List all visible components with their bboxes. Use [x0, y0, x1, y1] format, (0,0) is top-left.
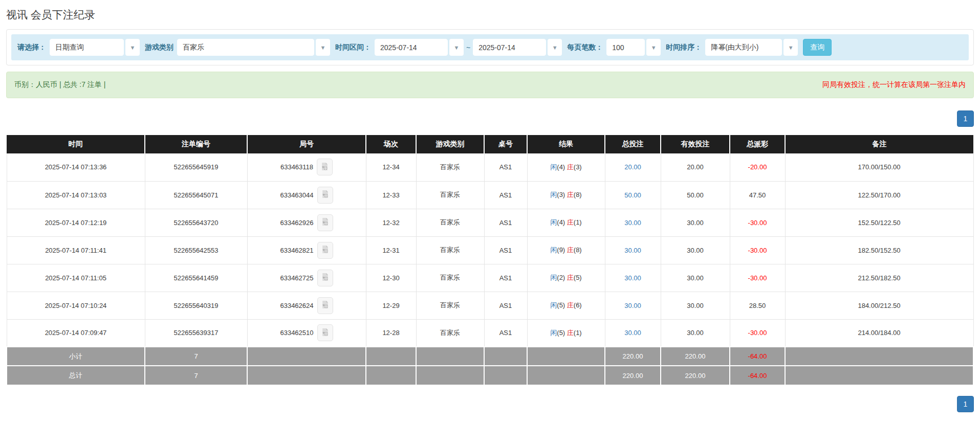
replay-video-button[interactable]	[317, 324, 333, 341]
totals-total-bet: 220.00	[605, 366, 661, 385]
table-header-row: 时间注单编号局号场次游戏类别桌号结果总投注有效投注总派彩备注	[7, 135, 973, 153]
totals-count: 7	[145, 347, 247, 366]
player-result-score: (9)	[557, 246, 565, 254]
banker-result-label: 庄	[567, 274, 574, 281]
remark-cell: 170.00/150.00	[785, 153, 973, 181]
chevron-down-icon[interactable]: ▼	[125, 39, 140, 56]
page-1-button[interactable]: 1	[957, 110, 974, 127]
chevron-down-icon[interactable]: ▼	[449, 39, 464, 56]
game-type-value[interactable]: 百家乐	[177, 39, 314, 56]
result-cell: 闲(5) 庄(6)	[527, 292, 605, 319]
banker-result-score: (8)	[574, 246, 582, 254]
chevron-down-icon[interactable]: ▼	[646, 39, 661, 56]
round-id-value: 633462926	[280, 219, 313, 227]
date-to-value[interactable]: 2025-07-14	[473, 39, 546, 56]
game-type-cell: 百家乐	[416, 209, 484, 236]
table-row: 2025-07-14 07:10:24 522655640319 6334626…	[7, 292, 973, 319]
banker-result-label: 庄	[567, 329, 574, 337]
player-result-score: (4)	[557, 163, 565, 171]
game-type-cell: 百家乐	[416, 319, 484, 347]
date-to-select[interactable]: 2025-07-14 ▼	[473, 39, 562, 56]
valid-bet-cell: 30.00	[661, 264, 730, 292]
total-bet-cell[interactable]: 30.00	[605, 319, 661, 347]
sort-order-select[interactable]: 降幂(由大到小) ▼	[705, 39, 798, 56]
session-cell: 12-30	[366, 264, 416, 292]
banker-result-score: (6)	[574, 301, 582, 309]
remark-cell: 212.50/182.50	[785, 264, 973, 292]
chevron-down-icon[interactable]: ▼	[548, 39, 562, 56]
chevron-down-icon[interactable]: ▼	[783, 39, 798, 56]
query-type-select[interactable]: 日期查询 ▼	[50, 39, 140, 56]
banker-result-score: (8)	[574, 191, 582, 198]
betting-records-page: 视讯 会员下注纪录 请选择： 日期查询 ▼ 游戏类别 百家乐 ▼ 时间区间： 2…	[0, 0, 980, 423]
result-cell: 闲(4) 庄(3)	[527, 153, 605, 181]
game-type-cell: 百家乐	[416, 292, 484, 319]
replay-video-button[interactable]	[317, 159, 333, 175]
time-cell: 2025-07-14 07:12:19	[7, 209, 145, 236]
time-cell: 2025-07-14 07:13:03	[7, 181, 145, 209]
remark-cell: 182.50/152.50	[785, 236, 973, 264]
player-result-label: 闲	[550, 246, 557, 254]
time-cell: 2025-07-14 07:10:24	[7, 292, 145, 319]
bet-id-cell: 522655640319	[145, 292, 247, 319]
session-cell: 12-29	[366, 292, 416, 319]
round-id-value: 633462821	[280, 247, 313, 254]
video-icon	[321, 217, 330, 228]
banker-result-score: (5)	[574, 274, 582, 281]
column-header: 时间	[7, 135, 145, 153]
table-no-cell: AS1	[484, 181, 527, 209]
session-cell: 12-32	[366, 209, 416, 236]
page-1-button[interactable]: 1	[957, 396, 974, 412]
total-bet-cell[interactable]: 30.00	[605, 236, 661, 264]
page-size-value[interactable]: 100	[606, 39, 645, 56]
table-no-cell: AS1	[484, 153, 527, 181]
replay-video-button[interactable]	[317, 214, 333, 231]
date-from-select[interactable]: 2025-07-14 ▼	[375, 39, 464, 56]
summary-bar: 币别：人民币 | 总共 :7 注单 | 同局有效投注，统一计算在该局第一张注单内	[6, 72, 974, 98]
game-type-cell: 百家乐	[416, 236, 484, 264]
sort-order-value[interactable]: 降幂(由大到小)	[705, 39, 782, 56]
result-cell: 闲(5) 庄(1)	[527, 319, 605, 347]
total-bet-cell[interactable]: 30.00	[605, 292, 661, 319]
remark-cell: 122.50/170.00	[785, 181, 973, 209]
table-no-cell: AS1	[484, 319, 527, 347]
result-cell: 闲(3) 庄(8)	[527, 181, 605, 209]
replay-video-button[interactable]	[317, 242, 333, 259]
game-type-label: 游戏类别	[145, 43, 173, 52]
total-bet-cell[interactable]: 20.00	[605, 153, 661, 181]
banker-result-label: 庄	[567, 301, 574, 309]
banker-result-score: (1)	[574, 329, 582, 337]
valid-bet-cell: 30.00	[661, 319, 730, 347]
game-type-cell: 百家乐	[416, 181, 484, 209]
player-result-label: 闲	[550, 301, 557, 309]
game-type-select[interactable]: 百家乐 ▼	[177, 39, 330, 56]
page-size-select[interactable]: 100 ▼	[606, 39, 661, 56]
chevron-down-icon[interactable]: ▼	[316, 39, 330, 56]
total-bet-cell[interactable]: 30.00	[605, 264, 661, 292]
totals-valid-bet: 220.00	[661, 366, 730, 385]
filter-panel: 请选择： 日期查询 ▼ 游戏类别 百家乐 ▼ 时间区间： 2025-07-14 …	[6, 29, 974, 65]
valid-bet-note: 同局有效投注，统一计算在该局第一张注单内	[822, 80, 966, 90]
banker-result-label: 庄	[567, 246, 574, 254]
session-cell: 12-33	[366, 181, 416, 209]
replay-video-button[interactable]	[317, 270, 333, 286]
round-id-cell: 633463118	[247, 153, 366, 181]
total-bet-cell[interactable]: 50.00	[605, 181, 661, 209]
replay-video-button[interactable]	[317, 297, 333, 314]
video-icon	[321, 273, 330, 283]
column-header: 场次	[366, 135, 416, 153]
query-type-value[interactable]: 日期查询	[50, 39, 124, 56]
search-button[interactable]: 查询	[803, 39, 832, 56]
totals-row: 小计 7 220.00 220.00 -64.00	[7, 347, 973, 366]
replay-video-button[interactable]	[317, 187, 333, 204]
bet-id-cell: 522655645071	[145, 181, 247, 209]
player-result-label: 闲	[550, 163, 557, 171]
round-id-cell: 633462821	[247, 236, 366, 264]
total-bet-cell[interactable]: 30.00	[605, 209, 661, 236]
totals-label: 小计	[7, 347, 145, 366]
player-result-label: 闲	[550, 274, 557, 281]
date-from-value[interactable]: 2025-07-14	[375, 39, 448, 56]
session-cell: 12-31	[366, 236, 416, 264]
round-id-cell: 633463044	[247, 181, 366, 209]
player-result-label: 闲	[550, 218, 557, 226]
